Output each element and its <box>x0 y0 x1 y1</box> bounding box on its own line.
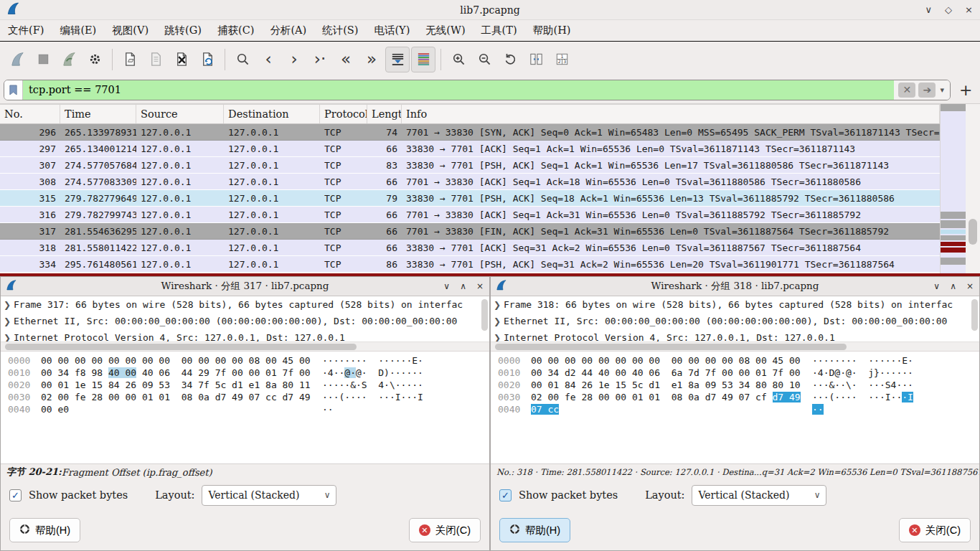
hscrollbar-thumb[interactable] <box>495 344 847 350</box>
packet-row-308[interactable]: 308274.577083309127.0.0.1127.0.0.1TCP667… <box>0 174 940 190</box>
expander-chevron-icon[interactable]: ❯ <box>491 300 504 310</box>
menu-item-5[interactable]: 捕获(C) <box>209 22 262 39</box>
packet-row-316[interactable]: 316279.782799743127.0.0.1127.0.0.1TCP667… <box>0 207 940 223</box>
filter-apply-button[interactable]: ➔ <box>918 83 936 98</box>
hex-row-0040[interactable]: 004007 cc·· <box>498 404 979 416</box>
hscrollbar-thumb[interactable] <box>5 344 357 350</box>
go-forward-icon[interactable]: › <box>282 47 306 72</box>
show-packet-bytes-checkbox[interactable]: ✓ <box>499 489 512 501</box>
close-button[interactable]: × <box>965 4 973 15</box>
hex-row-0010[interactable]: 001000 34 f8 98 40 00 40 06 44 29 7f 00 … <box>8 367 489 380</box>
filter-add-button[interactable]: + <box>959 81 972 99</box>
show-packet-bytes-checkbox[interactable]: ✓ <box>9 489 22 501</box>
auto-scroll-icon[interactable] <box>385 47 410 72</box>
layout-123-icon[interactable]: 123 <box>550 47 574 72</box>
packet-row-334[interactable]: 334295.761480561127.0.0.1127.0.0.1TCP863… <box>0 256 940 273</box>
hex-row-0020[interactable]: 002000 01 84 26 1e 15 5c d1 e1 8a 09 53 … <box>498 380 979 392</box>
maximize-button[interactable]: ◇ <box>945 4 952 15</box>
go-back-icon[interactable]: ‹ <box>256 47 281 72</box>
packet-row-297[interactable]: 297265.134001214127.0.0.1127.0.0.1TCP663… <box>0 141 940 157</box>
hex-row-0000[interactable]: 000000 00 00 00 00 00 00 00 00 00 00 00 … <box>8 355 489 367</box>
restart-capture-icon[interactable] <box>57 47 81 72</box>
menu-item-7[interactable]: 统计(S) <box>314 22 366 39</box>
expander-chevron-icon[interactable]: ❯ <box>1 333 14 343</box>
menu-item-1[interactable]: 文件(F) <box>0 22 52 39</box>
hex-row-0030[interactable]: 003002 00 fe 28 00 00 01 01 08 0a d7 49 … <box>498 392 979 404</box>
column-header-source[interactable]: Source <box>136 105 224 123</box>
find-packet-icon[interactable] <box>230 47 255 72</box>
go-last-icon[interactable]: » <box>359 47 384 72</box>
hex-dump-pane[interactable]: 000000 00 00 00 00 00 00 00 00 00 00 00 … <box>491 352 979 463</box>
menu-item-9[interactable]: 无线(W) <box>418 22 473 39</box>
display-filter-input[interactable] <box>23 80 894 100</box>
column-header-info[interactable]: Info <box>402 105 940 123</box>
packet-row-307[interactable]: 307274.577057684127.0.0.1127.0.0.1TCP833… <box>0 157 940 174</box>
hex-row-0010[interactable]: 001000 34 d2 44 40 00 40 06 6a 7d 7f 00 … <box>498 367 979 380</box>
zoom-reset-icon[interactable] <box>498 47 522 72</box>
start-capture-icon[interactable] <box>5 47 29 72</box>
menu-item-4[interactable]: 跳转(G) <box>156 22 209 39</box>
colorize-packets-icon[interactable] <box>411 47 435 72</box>
close-button[interactable]: × <box>476 281 484 291</box>
tree-row-3[interactable]: ❯Internet Protocol Version 4, Src: 127.0… <box>491 329 979 342</box>
scrollbar-thumb[interactable] <box>969 219 977 245</box>
tree-row-3[interactable]: ❯Internet Protocol Version 4, Src: 127.0… <box>1 329 489 342</box>
help-button[interactable]: 帮助(H) <box>9 518 80 542</box>
hex-row-0020[interactable]: 002000 01 1e 15 84 26 09 53 34 7f 5c d1 … <box>8 380 489 392</box>
maximize-button[interactable]: ∧ <box>950 281 956 291</box>
packet-row-318[interactable]: 318281.558011422127.0.0.1127.0.0.1TCP663… <box>0 240 940 256</box>
intelligent-scrollbar-map[interactable] <box>940 104 966 273</box>
minimize-button[interactable]: ∨ <box>443 281 450 291</box>
close-button[interactable]: × <box>966 281 974 291</box>
packet-row-296[interactable]: 296265.133978931127.0.0.1127.0.0.1TCP747… <box>0 124 940 141</box>
zoom-in-icon[interactable] <box>446 47 471 72</box>
tree-row-2[interactable]: ❯Ethernet II, Src: 00:00:00_00:00:00 (00… <box>1 313 489 329</box>
go-to-packet-icon[interactable]: ›· <box>308 47 332 72</box>
expander-chevron-icon[interactable]: ❯ <box>491 333 504 343</box>
tree-scrollbar-thumb[interactable] <box>971 299 978 331</box>
layout-select[interactable]: Vertical (Stacked)∨ <box>202 485 336 506</box>
hex-row-0000[interactable]: 000000 00 00 00 00 00 00 00 00 00 00 00 … <box>498 355 979 367</box>
resize-columns-icon[interactable] <box>524 47 548 72</box>
column-header-protocol[interactable]: Protocol <box>320 105 367 123</box>
filter-bookmark-icon[interactable] <box>4 80 23 100</box>
tree-horizontal-scrollbar[interactable] <box>491 342 979 352</box>
close-button[interactable]: ✕关闭(C) <box>899 518 971 542</box>
save-file-icon[interactable] <box>143 47 168 72</box>
help-button[interactable]: 帮助(H) <box>499 518 570 542</box>
minimize-button[interactable]: ∨ <box>925 4 933 15</box>
layout-select[interactable]: Vertical (Stacked)∨ <box>692 485 826 506</box>
maximize-button[interactable]: ∧ <box>460 281 466 291</box>
tree-row-1[interactable]: ❯Frame 317: 66 bytes on wire (528 bits),… <box>1 296 489 313</box>
close-file-icon[interactable] <box>169 47 194 72</box>
tree-horizontal-scrollbar[interactable] <box>1 342 489 352</box>
tree-scrollbar-thumb[interactable] <box>481 299 488 331</box>
menu-item-8[interactable]: 电话(Y) <box>366 22 418 39</box>
column-header-length[interactable]: Length <box>367 105 402 123</box>
capture-options-icon[interactable] <box>83 47 107 72</box>
menu-item-10[interactable]: 工具(T) <box>473 22 525 39</box>
expander-chevron-icon[interactable]: ❯ <box>491 316 504 326</box>
column-header-no[interactable]: No. <box>0 105 60 123</box>
filter-clear-button[interactable]: ✕ <box>898 83 915 98</box>
hex-dump-pane[interactable]: 000000 00 00 00 00 00 00 00 00 00 00 00 … <box>1 352 489 463</box>
menu-item-6[interactable]: 分析(A) <box>262 22 314 39</box>
menu-item-2[interactable]: 编辑(E) <box>52 22 104 39</box>
packet-list-scrollbar[interactable] <box>966 104 980 273</box>
close-button[interactable]: ✕关闭(C) <box>409 518 481 542</box>
stop-capture-icon[interactable] <box>31 47 55 72</box>
tree-row-2[interactable]: ❯Ethernet II, Src: 00:00:00_00:00:00 (00… <box>491 313 979 329</box>
hex-row-0030[interactable]: 003002 00 fe 28 00 00 01 01 08 0a d7 49 … <box>8 392 489 404</box>
packet-row-315[interactable]: 315279.782779649127.0.0.1127.0.0.1TCP793… <box>0 190 940 207</box>
column-header-time[interactable]: Time <box>60 105 136 123</box>
zoom-out-icon[interactable] <box>472 47 496 72</box>
menu-item-3[interactable]: 视图(V) <box>104 22 156 39</box>
expander-chevron-icon[interactable]: ❯ <box>1 316 14 326</box>
filter-dropdown-icon[interactable]: ▾ <box>938 85 946 95</box>
open-file-icon[interactable] <box>118 47 142 72</box>
menu-item-11[interactable]: 帮助(H) <box>525 22 579 39</box>
reload-file-icon[interactable] <box>195 47 220 72</box>
expander-chevron-icon[interactable]: ❯ <box>1 300 14 310</box>
hex-row-0040[interactable]: 004000 e0·· <box>8 404 489 416</box>
column-header-destination[interactable]: Destination <box>224 105 320 123</box>
